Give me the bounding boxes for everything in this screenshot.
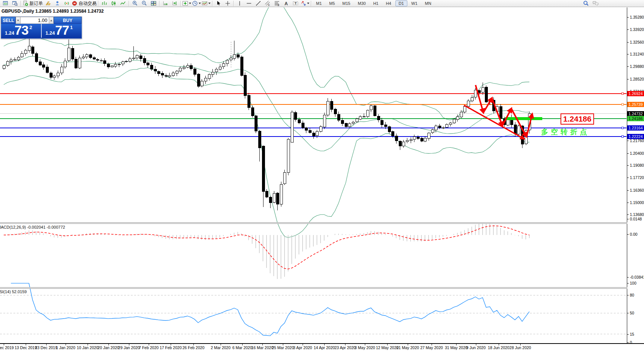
date-label: 2 Mar 2020	[211, 345, 230, 350]
date-label: 10 Jan 2020	[77, 345, 98, 350]
toolbar-button-new-order[interactable]: 新订单	[22, 0, 43, 7]
toolbar-separator	[311, 1, 311, 6]
date-label: 26 Feb 2020	[183, 345, 205, 350]
toolbar-button-zoom-in[interactable]	[130, 0, 139, 7]
signals-icon	[64, 0, 70, 6]
toolbar-button-fibonacci[interactable]: F	[272, 0, 281, 7]
toolbar-button-arrows[interactable]	[300, 0, 310, 7]
toolbar-button-horizontal-line[interactable]	[244, 0, 253, 7]
volume-decrease-button[interactable]: ▼	[16, 17, 20, 24]
mt4-terminal: 新订单自动交易EFATM1M5M15M30H1H4D1W1MN 1.352801…	[0, 0, 644, 351]
toolbar-button-bars-chart[interactable]	[100, 0, 109, 7]
toolbar-button-zoom-out[interactable]	[139, 0, 149, 7]
date-label: 31 May 2020	[445, 345, 468, 350]
price-tick-mark	[627, 165, 629, 166]
date-label: 9 Jun 2020	[466, 345, 486, 350]
volume-increase-button[interactable]: ▲	[49, 17, 54, 24]
date-label: 21 May 2020	[397, 345, 419, 350]
tf-button-M1[interactable]: M1	[313, 0, 325, 6]
toolbar-button-candles-chart[interactable]	[109, 0, 118, 7]
chart-ohlc: 1.23865 1.24893 1.23584 1.24732	[35, 9, 104, 14]
tf-button-MN[interactable]: MN	[422, 0, 435, 6]
tf-button-D1[interactable]: D1	[395, 0, 407, 6]
date-label: 23 Dec 2019	[35, 345, 57, 350]
toolbar-button-cursor[interactable]	[214, 0, 223, 7]
date-label: 3 May 2020	[355, 345, 375, 350]
price-tick-label: 1.15000	[630, 200, 644, 205]
price-axis[interactable]: 1.352801.339201.325601.312401.298801.285…	[627, 7, 644, 343]
toolbar-button-trendline[interactable]	[253, 0, 263, 7]
toolbar-button-tile-windows[interactable]	[149, 0, 158, 7]
periods-caret-icon[interactable]	[199, 3, 201, 4]
arrows-caret-icon[interactable]	[307, 3, 309, 4]
price-line-label-1.26924: 1.26924	[627, 91, 644, 96]
green-highlight-bar[interactable]	[505, 117, 542, 120]
periods-icon	[192, 0, 198, 6]
toolbar-button-profiles[interactable]	[10, 0, 19, 7]
macd-tick-mark	[627, 219, 629, 219]
indicators-caret-icon[interactable]	[189, 3, 191, 4]
arrows-icon	[300, 0, 306, 6]
toolbar-button-periods[interactable]	[192, 0, 201, 7]
volume-input[interactable]	[20, 17, 49, 24]
date-label: 1 Jan 2020	[56, 345, 75, 350]
toolbar-separator	[159, 1, 160, 6]
toolbar-button-line-chart[interactable]	[118, 0, 127, 7]
tf-button-M5[interactable]: M5	[326, 0, 338, 6]
toolbar-button-auto-scroll[interactable]	[161, 0, 170, 7]
turning-point-text[interactable]: 多空转折点	[541, 127, 590, 137]
price-tick-label: 1.20400	[630, 151, 644, 156]
time-axis[interactable]: 3 Dec 201913 Dec 201923 Dec 20191 Jan 20…	[0, 344, 644, 351]
toolbar-button-templates[interactable]	[201, 0, 211, 7]
vertical-line-icon	[237, 0, 243, 6]
sell-button[interactable]: SELL	[1, 17, 16, 24]
price-tick-mark	[627, 17, 629, 18]
hline-handle-1.25739[interactable]	[622, 103, 624, 105]
date-label: 14 Apr 2020	[314, 345, 335, 350]
toolbar-button-signals[interactable]	[62, 0, 71, 7]
tf-button-M30[interactable]: M30	[354, 0, 369, 6]
sell-price-display[interactable]: 1.24 73 2	[1, 24, 42, 38]
toolbar-button-indicators[interactable]	[182, 0, 192, 7]
buy-button[interactable]: BUY	[54, 17, 82, 24]
price-tick-label: 1.28520	[630, 77, 644, 81]
price-tick-label: 1.29880	[630, 64, 644, 69]
toolbar-button-equidistant-channel[interactable]: E	[263, 0, 272, 7]
tf-button-M15[interactable]: M15	[339, 0, 354, 6]
macd-tick-mark	[627, 277, 629, 278]
price-tag-label[interactable]: 1.24186	[561, 113, 594, 125]
toolbar-button-community[interactable]	[53, 0, 62, 7]
hline-handle-1.26924[interactable]	[622, 93, 624, 94]
toolbar-button-chart-shift[interactable]	[170, 0, 179, 7]
chat-icon	[592, 0, 599, 6]
toolbar-button-autotrading[interactable]: 自动交易	[71, 0, 97, 7]
toolbar-button-market[interactable]	[43, 0, 53, 7]
price-tick-mark	[627, 178, 629, 178]
candles-chart-icon	[111, 0, 117, 6]
tf-button-H1[interactable]: H1	[370, 0, 382, 6]
date-label: 20 Jan 2020	[98, 345, 119, 350]
date-label: 25 Mar 2020	[272, 345, 294, 350]
date-label: 13 Dec 2019	[15, 345, 37, 350]
hline-handle-1.22224[interactable]	[622, 136, 624, 138]
price-line-label-1.25739: 1.25739	[627, 102, 644, 107]
toolbar-button-vertical-line[interactable]	[235, 0, 244, 7]
buy-price-display[interactable]: 1.24 77 1	[42, 24, 82, 38]
toolbar-button-crosshair[interactable]	[223, 0, 232, 7]
tf-button-W1[interactable]: W1	[408, 0, 421, 6]
autotrading-icon	[72, 0, 78, 6]
toolbar-button-new-chart[interactable]	[1, 0, 10, 7]
hline-handle-1.23164[interactable]	[622, 127, 624, 129]
pane-separator-rsi[interactable]	[0, 287, 644, 289]
templates-caret-icon[interactable]	[208, 3, 211, 4]
pane-separator-macd[interactable]	[0, 222, 644, 224]
toolbar-button-search[interactable]	[581, 0, 591, 7]
toolbar-button-text-label[interactable]: T	[291, 0, 300, 7]
toolbar-button-text[interactable]: A	[281, 0, 291, 7]
rsi-line	[11, 283, 529, 336]
cursor-icon	[215, 0, 221, 6]
tf-button-H4[interactable]: H4	[382, 0, 394, 6]
new-order-label: 新订单	[29, 0, 43, 7]
toolbar-button-chat[interactable]	[591, 0, 600, 7]
chart-canvas[interactable]	[0, 7, 627, 344]
